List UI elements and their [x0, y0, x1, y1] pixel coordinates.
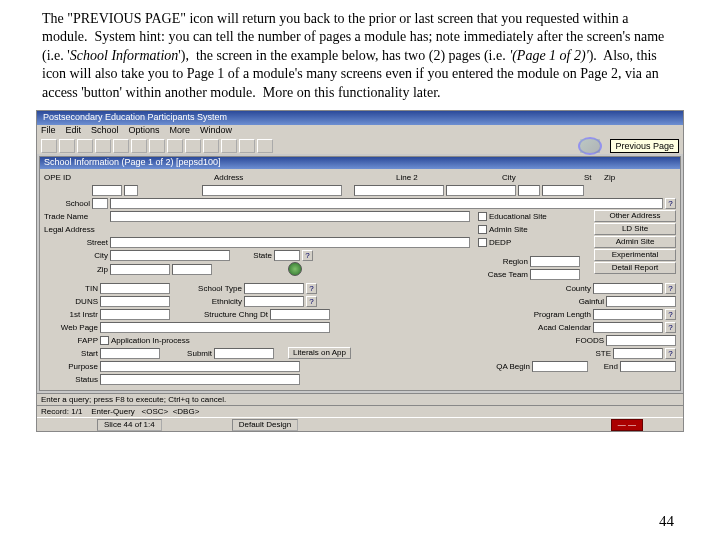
admin-site-button[interactable]: Admin Site — [594, 236, 676, 248]
address-field[interactable] — [202, 185, 342, 196]
help-icon[interactable]: ? — [306, 283, 317, 294]
toolbar-button[interactable] — [95, 139, 111, 153]
qa-begin-field[interactable] — [532, 361, 588, 372]
case-team-field[interactable] — [530, 269, 580, 280]
zip2b-field[interactable] — [172, 264, 212, 275]
state-field[interactable] — [274, 250, 300, 261]
school-name-field[interactable] — [110, 198, 663, 209]
toolbar: Previous Page — [37, 138, 683, 154]
help-icon[interactable]: ? — [665, 348, 676, 359]
web-page-field[interactable] — [100, 322, 330, 333]
zip2-field[interactable] — [110, 264, 170, 275]
toolbar-button[interactable] — [257, 139, 273, 153]
first-instr-field[interactable] — [100, 309, 170, 320]
label-structure-chng: Structure Chng Dt — [172, 310, 268, 319]
submit-field[interactable] — [214, 348, 274, 359]
help-icon[interactable]: ? — [665, 283, 676, 294]
label-fapp: FAPP — [44, 336, 98, 345]
label-st: St — [584, 173, 602, 182]
duns-field[interactable] — [100, 296, 170, 307]
checkbox-app-inprocess[interactable] — [100, 336, 109, 345]
form-area: OPE ID Address Line 2 City St Zip — [40, 169, 680, 390]
ethnicity-field[interactable] — [244, 296, 304, 307]
label-admin-site: Admin Site — [489, 225, 528, 234]
purpose-field[interactable] — [100, 361, 300, 372]
region-field[interactable] — [530, 256, 580, 267]
help-icon[interactable]: ? — [306, 296, 317, 307]
ld-site-button[interactable]: LD Site — [594, 223, 676, 235]
status-field[interactable] — [100, 374, 300, 385]
toolbar-button[interactable] — [41, 139, 57, 153]
end-field[interactable] — [620, 361, 676, 372]
label-dedp: DEDP — [489, 238, 511, 247]
instruction-paragraph: The "PREVIOUS PAGE" icon will return you… — [0, 0, 720, 108]
status-record: Record: 1/1 Enter-Query <OSC> <DBG> — [37, 405, 683, 417]
menu-window[interactable]: Window — [200, 125, 232, 138]
literals-on-app-button[interactable]: Literals on App — [288, 347, 351, 359]
structure-chng-field[interactable] — [270, 309, 330, 320]
help-icon[interactable]: ? — [302, 250, 313, 261]
start-field[interactable] — [100, 348, 160, 359]
toolbar-button[interactable] — [59, 139, 75, 153]
line2-field[interactable] — [354, 185, 444, 196]
program-length-field[interactable] — [593, 309, 663, 320]
menu-file[interactable]: File — [41, 125, 56, 138]
toolbar-button[interactable] — [131, 139, 147, 153]
status-osc: <OSC> — [142, 407, 169, 416]
tin-field[interactable] — [100, 283, 170, 294]
toolbar-button[interactable] — [203, 139, 219, 153]
street-field[interactable] — [110, 237, 470, 248]
gainful-field[interactable] — [606, 296, 676, 307]
menu-more[interactable]: More — [170, 125, 191, 138]
label-street: Street — [44, 238, 108, 247]
label-city2: City — [44, 251, 108, 260]
city-field[interactable] — [446, 185, 516, 196]
globe-icon[interactable] — [288, 262, 302, 276]
label-gainful: Gainful — [544, 297, 604, 306]
toolbar-button[interactable] — [185, 139, 201, 153]
page-number: 44 — [659, 513, 674, 530]
menu-school[interactable]: School — [91, 125, 119, 138]
school-code-field[interactable] — [92, 198, 108, 209]
foods-field[interactable] — [606, 335, 676, 346]
label-start: Start — [44, 349, 98, 358]
help-icon[interactable]: ? — [665, 309, 676, 320]
previous-page-icon[interactable] — [578, 137, 602, 155]
label-zip: Zip — [604, 173, 628, 182]
subwindow-titlebar: School Information (Page 1 of 2) [pepsd1… — [40, 157, 680, 169]
experimental-button[interactable]: Experimental — [594, 249, 676, 261]
st-field[interactable] — [518, 185, 540, 196]
label-qa-begin: QA Begin — [480, 362, 530, 371]
checkbox-dedp[interactable] — [478, 238, 487, 247]
label-foods: FOODS — [544, 336, 604, 345]
ope-id-field[interactable] — [92, 185, 122, 196]
ope-id-suffix-field[interactable] — [124, 185, 138, 196]
toolbar-button[interactable] — [221, 139, 237, 153]
toolbar-button[interactable] — [239, 139, 255, 153]
toolbar-button[interactable] — [149, 139, 165, 153]
acad-calendar-field[interactable] — [593, 322, 663, 333]
label-app-inprocess: Application In-process — [111, 336, 190, 345]
toolbar-button[interactable] — [167, 139, 183, 153]
label-web-page: Web Page — [44, 323, 98, 332]
help-icon[interactable]: ? — [665, 198, 676, 209]
ste-field[interactable] — [613, 348, 663, 359]
other-address-button[interactable]: Other Address — [594, 210, 676, 222]
status-dbg: <DBG> — [173, 407, 200, 416]
checkbox-admin-site[interactable] — [478, 225, 487, 234]
zip-field[interactable] — [542, 185, 584, 196]
label-line2: Line 2 — [396, 173, 440, 182]
toolbar-button[interactable] — [113, 139, 129, 153]
menu-edit[interactable]: Edit — [66, 125, 82, 138]
county-field[interactable] — [593, 283, 663, 294]
trade-name-field[interactable] — [110, 211, 470, 222]
bottombar: Slice 44 of 1:4 Default Design — — — [37, 417, 683, 431]
label-program-length: Program Length — [511, 310, 591, 319]
help-icon[interactable]: ? — [665, 322, 676, 333]
city2-field[interactable] — [110, 250, 230, 261]
detail-report-button[interactable]: Detail Report — [594, 262, 676, 274]
toolbar-button[interactable] — [77, 139, 93, 153]
checkbox-edu-site[interactable] — [478, 212, 487, 221]
menu-options[interactable]: Options — [129, 125, 160, 138]
school-type-field[interactable] — [244, 283, 304, 294]
